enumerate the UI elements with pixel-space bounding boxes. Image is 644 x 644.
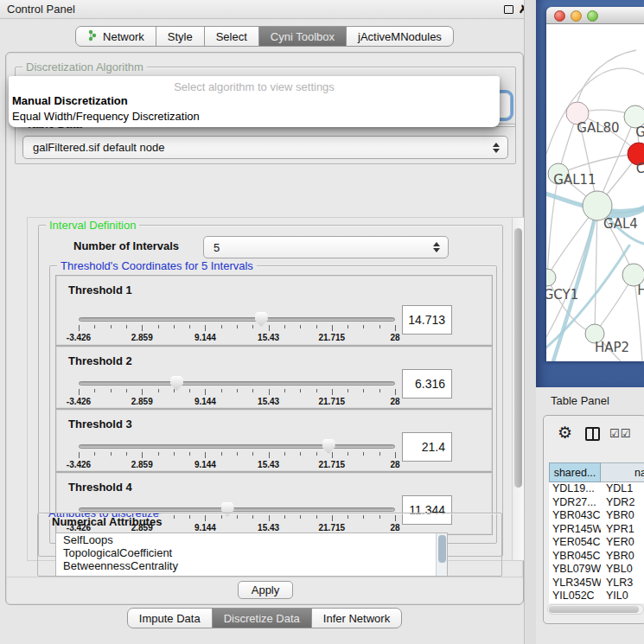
tick-label: 2.859: [131, 397, 153, 406]
apply-button[interactable]: Apply: [238, 581, 293, 599]
scrollbar-thumb[interactable]: [549, 606, 639, 613]
table-row[interactable]: YBR045CYBR0: [549, 550, 644, 564]
column-header-shared-name[interactable]: shared...: [549, 462, 601, 482]
cell-name[interactable]: YPR1: [601, 523, 644, 537]
tick-label: 9.144: [194, 397, 216, 406]
threshold-value-field[interactable]: 6.316: [402, 369, 452, 399]
threshold-value-field[interactable]: 21.4: [402, 432, 452, 462]
tab-impute-data[interactable]: Impute Data: [127, 608, 213, 628]
tick-mark: [237, 452, 238, 456]
table-row[interactable]: YBR043CYBR0: [549, 509, 644, 523]
tick-mark: [94, 389, 95, 392]
number-of-intervals-combobox[interactable]: 5: [203, 236, 449, 258]
table-data-combobox[interactable]: galFiltered.sif default node: [22, 136, 508, 159]
tab-jactivemnodules[interactable]: jActiveMNodules: [346, 26, 454, 47]
threshold-panel-3: Threshold 3-3.4262.8599.14415.4321.71528…: [55, 409, 493, 472]
tick-mark: [174, 325, 175, 328]
close-window-icon[interactable]: [554, 10, 565, 22]
settings-vertical-scrollbar[interactable]: [512, 218, 524, 560]
column-header-name[interactable]: na: [601, 462, 644, 482]
cell-shared-name[interactable]: YDR27...: [549, 496, 601, 510]
tick-mark: [79, 389, 80, 395]
tab-label: Discretize Data: [224, 612, 300, 625]
tick-mark: [284, 452, 285, 456]
threshold-slider-track[interactable]: [79, 317, 395, 322]
tick-label: 2.859: [131, 460, 153, 469]
table-row[interactable]: YDR27...YDR2: [549, 496, 644, 510]
tick-mark: [158, 389, 159, 392]
network-window-titlebar[interactable]: [546, 7, 644, 24]
zoom-window-icon[interactable]: [587, 10, 598, 22]
attribute-list-item[interactable]: SelfLoops: [56, 533, 447, 546]
scrollbar-thumb[interactable]: [514, 228, 522, 488]
gear-icon[interactable]: ⚙: [558, 424, 572, 441]
algorithm-dropdown-popup: Select algorithm to view settings Manual…: [9, 76, 500, 127]
tick-mark: [174, 389, 175, 392]
tab-discretize-data[interactable]: Discretize Data: [212, 608, 312, 628]
tab-select[interactable]: Select: [204, 26, 259, 47]
tab-cyni-toolbox[interactable]: Cyni Toolbox: [258, 26, 347, 47]
tick-label: 28: [390, 397, 399, 406]
algorithm-option-manual[interactable]: Manual Discretization: [12, 94, 128, 107]
threshold-slider-track[interactable]: [79, 381, 395, 386]
cell-name[interactable]: YDR2: [601, 496, 644, 510]
tab-style[interactable]: Style: [156, 26, 205, 47]
attribute-list-item[interactable]: TopologicalCoefficient: [56, 546, 447, 559]
threshold-slider-track[interactable]: [79, 507, 395, 512]
tick-label: 21.715: [319, 333, 346, 342]
split-columns-icon[interactable]: [585, 427, 600, 441]
table-horizontal-scrollbar[interactable]: [547, 604, 644, 615]
cell-shared-name[interactable]: YBL079W: [549, 563, 601, 577]
cell-shared-name[interactable]: YLR345W: [549, 577, 601, 590]
table-data-selected-value: galFiltered.sif default node: [33, 141, 164, 154]
node-label-G: G: [635, 124, 644, 140]
attribute-list-item[interactable]: BetweennessCentrality: [56, 559, 447, 572]
cell-name[interactable]: YBR0: [601, 509, 644, 523]
network-canvas[interactable]: GAL80GCGAL11GAL4GCY1HHAP2: [546, 24, 644, 361]
list-vertical-scrollbar[interactable]: [436, 533, 447, 577]
cell-shared-name[interactable]: YIL052C: [549, 590, 601, 603]
tick-mark: [79, 452, 80, 458]
threshold-label: Threshold 4: [68, 481, 132, 494]
tick-mark: [363, 452, 364, 456]
numerical-attributes-list[interactable]: SelfLoopsTopologicalCoefficientBetweenne…: [55, 532, 448, 577]
cell-shared-name[interactable]: YDL19...: [549, 482, 601, 496]
table-row[interactable]: YBL079WYBL0: [549, 563, 644, 577]
table-row[interactable]: YER054CYER0: [549, 536, 644, 550]
node-label-H: H: [637, 283, 644, 298]
cell-name[interactable]: YBL0: [601, 563, 644, 577]
cell-name[interactable]: YDL1: [601, 482, 644, 496]
scrollbar-thumb[interactable]: [438, 535, 446, 563]
float-panel-icon[interactable]: [504, 5, 513, 14]
panel-divider[interactable]: [524, 0, 536, 644]
cell-name[interactable]: YIL0: [601, 590, 644, 603]
table-row[interactable]: YDL19...YDL1: [549, 482, 644, 496]
cell-shared-name[interactable]: YBR043C: [549, 509, 601, 523]
table-row[interactable]: YIL052CYIL0: [549, 590, 644, 603]
cell-name[interactable]: YER0: [601, 536, 644, 550]
attributes-group: Attributes to discretize Numerical Attri…: [37, 513, 502, 577]
tick-mark: [252, 452, 253, 456]
apply-bar: Apply: [7, 577, 523, 603]
select-columns-icon[interactable]: ☑☑: [609, 427, 631, 440]
minimize-window-icon[interactable]: [571, 10, 582, 22]
table-row[interactable]: YPR145WYPR1: [549, 523, 644, 537]
cell-shared-name[interactable]: YER054C: [549, 536, 601, 550]
cell-name[interactable]: YLR3: [601, 577, 644, 590]
threshold-value-field[interactable]: 14.713: [402, 305, 452, 335]
cell-shared-name[interactable]: YBR045C: [549, 550, 601, 564]
tab-infer-network[interactable]: Infer Network: [311, 608, 402, 628]
GCY1-node[interactable]: [546, 269, 556, 286]
table-header-row: shared... na: [549, 462, 644, 482]
settings-scroll-viewport: Interval Definition Number of Intervals …: [27, 217, 525, 561]
combo-stepper-icon: [493, 143, 500, 153]
cell-name[interactable]: YBR0: [601, 550, 644, 564]
algorithm-option-equal-width[interactable]: Equal Width/Frequency Discretization: [12, 110, 200, 123]
tick-mark: [126, 389, 127, 392]
tick-mark: [348, 325, 348, 328]
tick-mark: [300, 452, 301, 456]
tab-network[interactable]: Network: [75, 26, 156, 47]
cell-shared-name[interactable]: YPR145W: [549, 523, 601, 537]
threshold-slider-track[interactable]: [79, 444, 395, 449]
table-row[interactable]: YLR345WYLR3: [549, 577, 644, 590]
